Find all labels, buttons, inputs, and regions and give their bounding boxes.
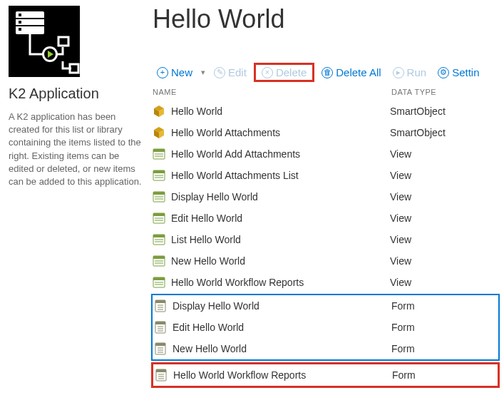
item-name: Edit Hello World <box>173 322 391 333</box>
form-icon <box>154 299 167 312</box>
item-type: Form <box>392 369 498 381</box>
cube-icon <box>153 126 165 139</box>
item-name: New Hello World <box>171 255 390 267</box>
dropdown-caret-icon[interactable]: ▾ <box>200 68 207 77</box>
form-icon <box>154 321 167 334</box>
list-item[interactable]: Edit Hello WorldView <box>151 208 504 229</box>
form-icon <box>155 369 168 381</box>
view-icon <box>153 169 165 182</box>
edit-button[interactable]: ✎ Edit <box>210 65 251 80</box>
delete-highlight: × Delete <box>254 63 314 82</box>
cube-icon <box>153 105 165 118</box>
sidebar-title: K2 Application <box>9 86 144 102</box>
item-type: Form <box>391 322 498 333</box>
item-type: View <box>390 212 504 224</box>
col-type: DATA TYPE <box>391 88 504 96</box>
form-icon <box>154 342 167 355</box>
col-name: NAME <box>153 88 391 96</box>
form-row-highlight: Hello World Workflow ReportsForm <box>151 362 500 388</box>
list-item[interactable]: List Hello WorldView <box>151 229 504 250</box>
list-item[interactable]: Display Hello WorldView <box>151 186 504 208</box>
item-type: View <box>390 255 504 267</box>
play-icon: ▸ <box>393 67 404 78</box>
item-type: View <box>390 191 504 203</box>
view-icon <box>153 148 165 160</box>
list-item[interactable]: Hello WorldSmartObject <box>151 101 504 122</box>
item-name: List Hello World <box>171 234 390 245</box>
settings-button[interactable]: ⚙ Settin <box>433 65 483 80</box>
toolbar: + New ▾ ✎ Edit × Delete 🗑 Delete All ▸ R… <box>151 63 504 82</box>
list-item[interactable]: Display Hello WorldForm <box>153 295 498 317</box>
item-name: Hello World Add Attachments <box>171 148 390 160</box>
view-icon <box>153 255 165 267</box>
item-type: Form <box>391 343 498 354</box>
column-headers: NAME DATA TYPE <box>151 85 504 101</box>
delete-button[interactable]: × Delete <box>257 65 311 80</box>
item-type: SmartObject <box>390 127 504 138</box>
item-type: View <box>390 277 504 288</box>
item-type: View <box>390 148 504 160</box>
item-name: Display Hello World <box>171 191 390 203</box>
item-type: SmartObject <box>390 106 504 117</box>
run-button[interactable]: ▸ Run <box>389 65 431 80</box>
item-name: Hello World Workflow Reports <box>173 369 392 381</box>
trash-icon: 🗑 <box>322 67 333 78</box>
pencil-icon: ✎ <box>214 67 225 78</box>
view-icon <box>153 190 165 203</box>
view-icon <box>153 233 165 246</box>
item-name: Hello World Attachments <box>171 127 390 138</box>
item-name: Hello World Attachments List <box>171 170 390 181</box>
page-title: Hello World <box>151 4 504 34</box>
list-item[interactable]: Hello World Add AttachmentsView <box>151 143 504 165</box>
app-logo <box>9 6 80 77</box>
new-button[interactable]: + New <box>153 65 197 80</box>
item-name: Display Hello World <box>173 300 391 312</box>
list-item[interactable]: Edit Hello WorldForm <box>153 317 498 338</box>
view-icon <box>153 212 165 225</box>
item-name: Edit Hello World <box>171 212 390 224</box>
svg-rect-7 <box>19 28 21 31</box>
item-type: Form <box>391 300 498 312</box>
svg-rect-5 <box>19 14 21 16</box>
delete-all-button[interactable]: 🗑 Delete All <box>317 65 385 80</box>
plus-icon: + <box>157 67 168 78</box>
list-item[interactable]: New Hello WorldView <box>151 250 504 272</box>
list-item[interactable]: Hello World Workflow ReportsView <box>151 272 504 293</box>
sidebar-description: A K2 application has been created for th… <box>9 111 144 188</box>
svg-rect-6 <box>19 21 21 24</box>
item-name: New Hello World <box>173 343 391 354</box>
list-item[interactable]: Hello World AttachmentsSmartObject <box>151 122 504 143</box>
view-icon <box>153 276 165 289</box>
list-item[interactable]: Hello World Attachments ListView <box>151 165 504 186</box>
forms-group-highlight: Display Hello WorldFormEdit Hello WorldF… <box>151 294 500 361</box>
gear-icon: ⚙ <box>438 67 449 78</box>
list-item[interactable]: Hello World Workflow ReportsForm <box>153 364 498 386</box>
item-name: Hello World Workflow Reports <box>171 277 390 288</box>
list-item[interactable]: New Hello WorldForm <box>153 338 498 359</box>
item-name: Hello World <box>171 106 390 117</box>
x-icon: × <box>262 67 273 78</box>
item-type: View <box>390 170 504 181</box>
item-type: View <box>390 234 504 245</box>
